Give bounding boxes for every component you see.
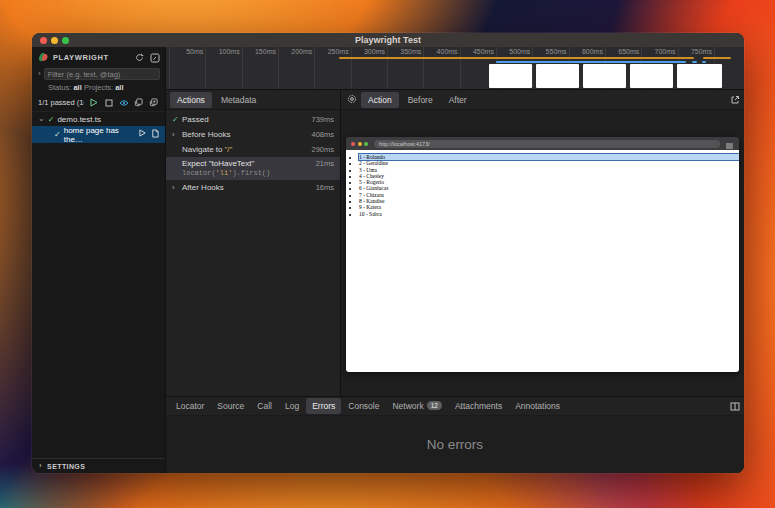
action-row-after-hooks[interactable]: › After Hooks 16ms [166,180,340,195]
tab-action[interactable]: Action [361,92,399,108]
playwright-test-window: Playwright Test PLAYWRIGHT › [32,33,744,473]
snapshot-page: 1 - Rolando2 - Geraldine3 - Uma4 - Chesl… [346,150,739,372]
chevron-down-icon[interactable]: ⌄ [38,115,45,123]
run-summary: 1/1 passed (100… [38,98,84,107]
action-row-before-hooks[interactable]: › Before Hooks 408ms [166,127,340,142]
playwright-logo-icon [38,52,49,63]
action-row-passed[interactable]: ✓ Passed 739ms [166,112,340,127]
snapshot-traffic-lights [351,142,368,146]
timeline-tick-label: 300ms [352,47,388,89]
screenshot-thumbnail[interactable] [630,64,673,88]
pass-check-icon: ✓ [172,115,182,124]
toggle-panel-layout-icon[interactable] [729,401,740,412]
timeline-tick-label: 350ms [388,47,424,89]
tab-locator[interactable]: Locator [170,398,210,414]
tab-call[interactable]: Call [251,398,278,414]
screenshot-thumbnail[interactable] [536,64,579,88]
timeline-network-bar [702,61,706,63]
tab-before[interactable]: Before [401,92,440,108]
chevron-right-icon[interactable]: › [172,130,182,139]
filter-status-line: Status: all Projects: all [32,82,165,95]
navigate-url-arg: "/" [224,145,232,154]
watch-all-eye-icon[interactable] [118,97,129,108]
action-row-expect-selected[interactable]: Expect "toHaveText" 21ms locator('li').f… [166,157,340,180]
locator-snippet: locator('li').first() [182,169,334,177]
run-all-icon[interactable] [88,97,99,108]
no-errors-message: No errors [427,437,483,452]
main-area: 50ms100ms150ms200ms250ms300ms350ms400ms4… [166,47,744,473]
actions-pane: Actions Metadata ✓ Passed 739ms › Before… [166,90,341,396]
tab-metadata[interactable]: Metadata [214,92,263,108]
action-list: ✓ Passed 739ms › Before Hooks 408ms Navi… [166,110,340,396]
expand-all-icon[interactable] [148,97,159,108]
timeline-tick-label: 200ms [279,47,315,89]
timeline-tick-label: 400ms [424,47,460,89]
screenshot-thumbnail[interactable] [677,64,722,88]
tab-errors[interactable]: Errors [306,398,341,414]
test-file-row[interactable]: ⌄ ✓ demo.test.ts [32,112,165,126]
tab-actions[interactable]: Actions [170,92,212,108]
tab-log[interactable]: Log [279,398,305,414]
errors-panel: No errors [166,416,744,473]
snapshot-url-bar: http://localhost:4173/ [374,140,720,148]
run-test-icon[interactable] [139,129,146,140]
timeline-tick-label: 100ms [206,47,242,89]
timeline-network-bar [496,61,686,63]
desktop: { "window": { "title": "Playwright Test"… [0,0,775,508]
window-titlebar: Playwright Test [32,33,744,47]
projects-value[interactable]: all [115,83,123,92]
reload-icon[interactable] [134,52,145,63]
timeline-network-bar [692,61,697,63]
test-run-toolbar: 1/1 passed (100… [32,95,165,112]
settings-section[interactable]: › SETTINGS [32,458,165,473]
detail-pane: Action Before After [341,90,744,396]
users-list: 1 - Rolando2 - Geraldine3 - Uma4 - Chesl… [346,154,739,217]
status-label: Status: [48,83,71,92]
action-row-navigate[interactable]: Navigate to "/" 290ms [166,142,340,157]
timeline-action-bar [339,57,694,59]
chevron-right-icon[interactable]: › [38,70,41,78]
filter-section: › [32,66,165,82]
chevron-right-icon[interactable]: › [172,183,182,192]
timeline-tick-label: 150ms [243,47,279,89]
timeline-tick-label: 50ms [170,47,206,89]
tab-source[interactable]: Source [211,398,250,414]
tab-attachments[interactable]: Attachments [449,398,508,414]
app-brand-label: PLAYWRIGHT [53,53,130,62]
tab-annotations[interactable]: Annotations [509,398,566,414]
chevron-right-icon: › [39,462,42,470]
stop-icon[interactable] [103,97,114,108]
detail-tabbar: Action Before After [341,90,744,110]
browser-snapshot: http://localhost:4173/ 1 - Rolando2 - Ge… [346,137,739,372]
test-case-name: home page has the… [64,126,133,144]
list-item: 10 - Sabra [359,211,739,217]
timeline-strip[interactable]: 50ms100ms150ms200ms250ms300ms350ms400ms4… [166,47,744,90]
snapshot-viewport: http://localhost:4173/ 1 - Rolando2 - Ge… [341,110,744,396]
tab-console[interactable]: Console [342,398,385,414]
settings-gear-icon[interactable] [347,94,357,106]
open-external-icon[interactable] [729,94,740,105]
screenshot-thumbnail[interactable] [583,64,626,88]
projects-label: Projects: [84,83,113,92]
tab-after[interactable]: After [442,92,474,108]
timeline-tick-label: 250ms [315,47,351,89]
settings-label: SETTINGS [47,463,85,470]
collapse-all-icon[interactable] [133,97,144,108]
sidebar-header: PLAYWRIGHT [32,49,165,66]
status-value[interactable]: all [73,83,81,92]
bottom-panel: Locator Source Call Log Errors Console N… [166,396,744,473]
tab-network[interactable]: Network12 [386,398,447,414]
filter-input[interactable] [44,68,160,80]
snapshot-browser-chrome: http://localhost:4173/ [346,137,739,150]
test-case-row[interactable]: ✓ home page has the… [32,126,165,143]
terminal-icon[interactable] [149,52,160,63]
open-source-file-icon[interactable] [151,129,159,140]
test-file-name: demo.test.ts [57,115,101,124]
actions-tabbar: Actions Metadata [166,90,340,110]
screenshot-thumbnail[interactable] [489,64,532,88]
sidebar: PLAYWRIGHT › Status: all Projects: all 1 [32,47,166,473]
network-count-badge: 12 [427,401,442,410]
pass-check-icon: ✓ [54,130,61,139]
window-title: Playwright Test [32,35,744,45]
bottom-tabbar: Locator Source Call Log Errors Console N… [166,397,744,416]
